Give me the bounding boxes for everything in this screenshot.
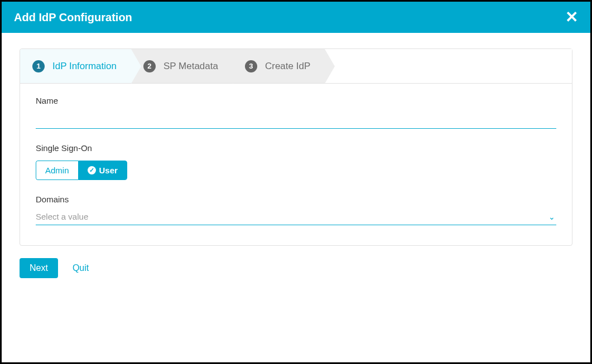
step-label: Create IdP — [265, 61, 310, 72]
step-number-icon: 3 — [245, 60, 257, 72]
domains-placeholder: Select a value — [36, 212, 548, 221]
sso-option-admin[interactable]: Admin — [36, 161, 78, 180]
field-single-sign-on: Single Sign-On Admin ✓ User — [36, 143, 556, 180]
field-name: Name — [36, 96, 556, 129]
sso-toggle-group: Admin ✓ User — [36, 161, 127, 180]
next-button[interactable]: Next — [20, 258, 58, 278]
modal-body: 1 IdP Information 2 SP Metadata 3 Create… — [2, 33, 590, 253]
modal-title: Add IdP Configuration — [14, 11, 565, 24]
check-circle-icon: ✓ — [88, 166, 96, 174]
modal-container: Add IdP Configuration ✕ 1 IdP Informatio… — [0, 0, 592, 364]
name-label: Name — [36, 96, 556, 105]
sso-label: Single Sign-On — [36, 143, 556, 153]
name-input[interactable] — [36, 110, 556, 129]
domains-select[interactable]: Select a value ⌄ — [36, 208, 556, 225]
step-number-icon: 2 — [143, 60, 156, 72]
step-number-icon: 1 — [32, 60, 45, 72]
step-spacer — [325, 49, 572, 83]
chevron-down-icon: ⌄ — [548, 212, 555, 221]
wizard-card: 1 IdP Information 2 SP Metadata 3 Create… — [20, 48, 572, 246]
form-area: Name Single Sign-On Admin ✓ User — [20, 84, 572, 245]
modal-header: Add IdP Configuration ✕ — [2, 2, 590, 33]
step-label: IdP Information — [52, 61, 117, 72]
sso-option-user[interactable]: ✓ User — [78, 161, 127, 180]
domains-label: Domains — [36, 195, 556, 204]
wizard-stepper: 1 IdP Information 2 SP Metadata 3 Create… — [20, 49, 572, 84]
step-label: SP Metadata — [163, 61, 218, 72]
sso-option-admin-label: Admin — [45, 166, 69, 175]
close-icon[interactable]: ✕ — [565, 9, 578, 25]
sso-option-user-label: User — [99, 166, 118, 175]
field-domains: Domains Select a value ⌄ — [36, 195, 556, 225]
step-sp-metadata[interactable]: 2 SP Metadata — [131, 49, 233, 83]
step-idp-information[interactable]: 1 IdP Information — [20, 49, 131, 83]
quit-button[interactable]: Quit — [69, 263, 92, 274]
modal-footer: Next Quit — [2, 253, 590, 278]
step-create-idp[interactable]: 3 Create IdP — [233, 49, 325, 83]
